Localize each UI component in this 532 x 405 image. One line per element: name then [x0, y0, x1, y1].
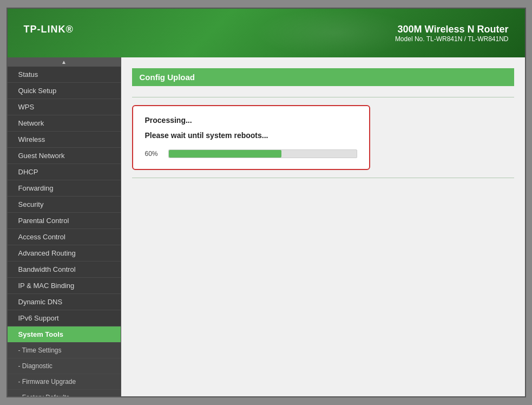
model-title: 300M Wireless N Router	[395, 24, 509, 35]
processing-title: Processing...	[145, 116, 357, 125]
sidebar-item-17[interactable]: - Time Settings	[8, 343, 121, 358]
sidebar-item-6[interactable]: DHCP	[8, 164, 121, 180]
sidebar-item-16[interactable]: System Tools	[8, 326, 121, 343]
sidebar-item-3[interactable]: Network	[8, 115, 121, 132]
logo: TP-LINK®	[24, 22, 74, 44]
progress-bar-container	[168, 149, 357, 158]
separator-bottom	[132, 178, 514, 178]
progress-row: 60%	[145, 149, 357, 158]
sidebar-item-10[interactable]: Access Control	[8, 229, 121, 245]
sidebar-item-15[interactable]: IPv6 Support	[8, 310, 121, 326]
page-title: Config Upload	[132, 68, 514, 86]
main-area: ▲ StatusQuick SetupWPSNetworkWirelessGue…	[8, 57, 525, 396]
progress-bar-fill	[169, 150, 281, 158]
model-info: 300M Wireless N Router Model No. TL-WR84…	[395, 24, 509, 43]
processing-msg: Please wait until system reboots...	[145, 131, 357, 140]
scroll-up-arrow[interactable]: ▲	[8, 57, 121, 67]
sidebar-item-5[interactable]: Guest Network	[8, 148, 121, 164]
sidebar-item-0[interactable]: Status	[8, 67, 121, 83]
sidebar-item-4[interactable]: Wireless	[8, 132, 121, 148]
sidebar-item-1[interactable]: Quick Setup	[8, 83, 121, 99]
sidebar-item-2[interactable]: WPS	[8, 99, 121, 115]
sidebar-item-7[interactable]: Forwarding	[8, 180, 121, 197]
sidebar: ▲ StatusQuick SetupWPSNetworkWirelessGue…	[8, 57, 121, 396]
sidebar-item-13[interactable]: IP & MAC Binding	[8, 278, 121, 294]
sidebar-item-19[interactable]: - Firmware Upgrade	[8, 374, 121, 390]
sidebar-item-12[interactable]: Bandwidth Control	[8, 262, 121, 278]
sidebar-item-14[interactable]: Dynamic DNS	[8, 294, 121, 310]
model-num: Model No. TL-WR841N / TL-WR841ND	[395, 35, 509, 43]
content-area: Config Upload Processing... Please wait …	[121, 57, 525, 396]
router-window: TP-LINK® 300M Wireless N Router Model No…	[6, 8, 526, 397]
sidebar-item-11[interactable]: Advanced Routing	[8, 245, 121, 262]
sidebar-item-9[interactable]: Parental Control	[8, 213, 121, 229]
separator-top	[132, 97, 514, 97]
progress-label: 60%	[145, 150, 164, 158]
processing-box: Processing... Please wait until system r…	[132, 105, 370, 170]
header: TP-LINK® 300M Wireless N Router Model No…	[8, 9, 525, 57]
trademark: ®	[66, 24, 74, 35]
sidebar-item-18[interactable]: - Diagnostic	[8, 358, 121, 374]
sidebar-item-20[interactable]: - Factory Defaults	[8, 390, 121, 396]
logo-text: TP-LINK	[24, 24, 66, 35]
sidebar-item-8[interactable]: Security	[8, 197, 121, 213]
